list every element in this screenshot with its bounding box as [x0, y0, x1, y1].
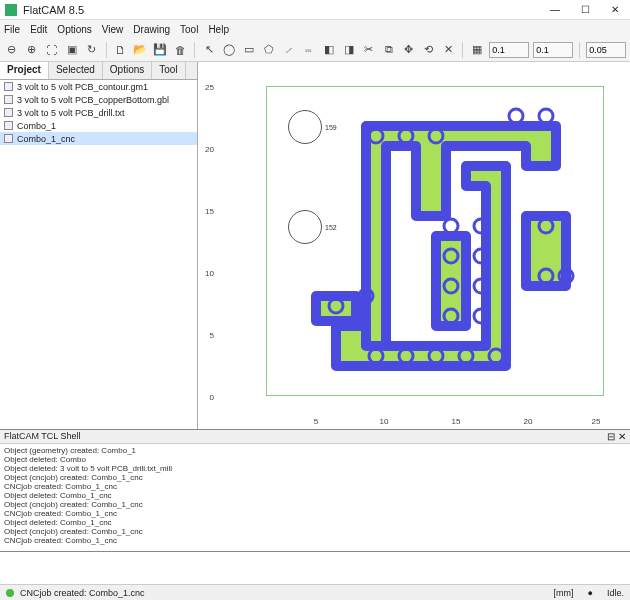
grid-y-input[interactable]	[533, 42, 573, 58]
y-tick: 20	[200, 145, 214, 154]
menu-edit[interactable]: Edit	[30, 24, 47, 35]
cut-icon[interactable]: ✂	[361, 41, 377, 59]
shell-output: Object (geometry) created: Combo_1Object…	[0, 443, 630, 551]
path-icon[interactable]: ⟋	[281, 41, 297, 59]
svg-point-10	[444, 219, 458, 233]
cursor-icon[interactable]: ↖	[201, 41, 217, 59]
maximize-button[interactable]: ☐	[570, 0, 600, 20]
status-state: Idle.	[607, 588, 624, 598]
project-list: 3 volt to 5 volt PCB_contour.gm1 3 volt …	[0, 80, 197, 429]
minimize-button[interactable]: —	[540, 0, 570, 20]
rotate-icon[interactable]: ⟲	[421, 41, 437, 59]
status-bar: CNCjob created: Combo_1.cnc [mm] ● Idle.	[0, 584, 630, 600]
item-label: 3 volt to 5 volt PCB_copperBottom.gbl	[17, 95, 169, 105]
svg-point-3	[509, 109, 523, 123]
menu-help[interactable]: Help	[208, 24, 229, 35]
shell-title: FlatCAM TCL Shell	[4, 431, 81, 442]
shell-input[interactable]	[0, 551, 630, 566]
separator	[462, 42, 463, 58]
app-icon	[5, 4, 17, 16]
new-icon[interactable]: 🗋	[113, 41, 129, 59]
list-item[interactable]: 3 volt to 5 volt PCB_drill.txt	[0, 106, 197, 119]
window-controls: — ☐ ✕	[540, 0, 630, 20]
drill-icon	[4, 108, 13, 117]
x-tick: 5	[314, 417, 318, 426]
list-item[interactable]: Combo_1_cnc	[0, 132, 197, 145]
menu-bar: File Edit Options View Drawing Tool Help	[0, 20, 630, 38]
shell-close-icon[interactable]: ⊟ ✕	[607, 431, 626, 442]
gerber-icon	[4, 95, 13, 104]
tab-selected[interactable]: Selected	[49, 62, 103, 79]
gerber-icon	[4, 82, 13, 91]
y-tick: 0	[200, 392, 214, 401]
clear-plot-icon[interactable]: ▣	[64, 41, 80, 59]
circle-icon[interactable]: ◯	[221, 41, 237, 59]
plot: 25 20 15 10 5 0 5 10 15 20 25 159 152	[216, 70, 616, 414]
y-tick: 25	[200, 83, 214, 92]
shell-title-bar: FlatCAM TCL Shell ⊟ ✕	[0, 430, 630, 443]
grid-icon[interactable]: ▦	[469, 41, 485, 59]
list-item[interactable]: Combo_1	[0, 119, 197, 132]
tab-tool[interactable]: Tool	[152, 62, 185, 79]
tab-project[interactable]: Project	[0, 62, 49, 79]
close-button[interactable]: ✕	[600, 0, 630, 20]
separator	[579, 42, 580, 58]
separator	[194, 42, 195, 58]
zoom-fit-icon[interactable]: ⛶	[44, 41, 60, 59]
separator	[106, 42, 107, 58]
delete-shape-icon[interactable]: ✕	[440, 41, 456, 59]
y-tick: 10	[200, 268, 214, 277]
x-tick: 10	[380, 417, 389, 426]
status-units: [mm]	[554, 588, 574, 598]
svg-point-4	[539, 109, 553, 123]
status-message: CNCjob created: Combo_1.cnc	[20, 588, 145, 598]
x-tick: 15	[452, 417, 461, 426]
x-tick: 25	[592, 417, 601, 426]
title-bar: FlatCAM 8.5 — ☐ ✕	[0, 0, 630, 20]
menu-options[interactable]: Options	[57, 24, 91, 35]
replot-icon[interactable]: ↻	[84, 41, 100, 59]
status-indicator-icon	[6, 589, 14, 597]
intersect-icon[interactable]: ◧	[321, 41, 337, 59]
y-tick: 15	[200, 207, 214, 216]
x-tick: 20	[524, 417, 533, 426]
item-label: Combo_1	[17, 121, 56, 131]
tab-options[interactable]: Options	[103, 62, 152, 79]
polygon-icon[interactable]: ⬠	[261, 41, 277, 59]
sidebar-tabs: Project Selected Options Tool	[0, 62, 197, 80]
grid-gap-input[interactable]	[586, 42, 626, 58]
union-icon[interactable]: ⎓	[301, 41, 317, 59]
rect-icon[interactable]: ▭	[241, 41, 257, 59]
item-label: Combo_1_cnc	[17, 134, 75, 144]
subtract-icon[interactable]: ◨	[341, 41, 357, 59]
delete-icon[interactable]: 🗑	[172, 41, 188, 59]
list-item[interactable]: 3 volt to 5 volt PCB_contour.gm1	[0, 80, 197, 93]
save-icon[interactable]: 💾	[152, 41, 168, 59]
zoom-in-icon[interactable]: ⊕	[24, 41, 40, 59]
geometry-icon	[4, 121, 13, 130]
list-item[interactable]: 3 volt to 5 volt PCB_copperBottom.gbl	[0, 93, 197, 106]
pcb-traces	[266, 86, 604, 396]
menu-tool[interactable]: Tool	[180, 24, 198, 35]
main-area: Project Selected Options Tool 3 volt to …	[0, 62, 630, 429]
cnc-icon	[4, 134, 13, 143]
menu-drawing[interactable]: Drawing	[133, 24, 170, 35]
grid-x-input[interactable]	[489, 42, 529, 58]
item-label: 3 volt to 5 volt PCB_contour.gm1	[17, 82, 148, 92]
copy-icon[interactable]: ⧉	[381, 41, 397, 59]
move-icon[interactable]: ✥	[401, 41, 417, 59]
open-icon[interactable]: 📂	[133, 41, 149, 59]
item-label: 3 volt to 5 volt PCB_drill.txt	[17, 108, 125, 118]
plot-canvas[interactable]: 25 20 15 10 5 0 5 10 15 20 25 159 152	[198, 62, 630, 429]
window-title: FlatCAM 8.5	[23, 4, 84, 16]
zoom-out-icon[interactable]: ⊖	[4, 41, 20, 59]
menu-file[interactable]: File	[4, 24, 20, 35]
menu-view[interactable]: View	[102, 24, 124, 35]
toolbar: ⊖ ⊕ ⛶ ▣ ↻ 🗋 📂 💾 🗑 ↖ ◯ ▭ ⬠ ⟋ ⎓ ◧ ◨ ✂ ⧉ ✥ …	[0, 38, 630, 62]
sidebar: Project Selected Options Tool 3 volt to …	[0, 62, 198, 429]
tcl-shell-panel: FlatCAM TCL Shell ⊟ ✕ Object (geometry) …	[0, 429, 630, 566]
y-tick: 5	[200, 330, 214, 339]
